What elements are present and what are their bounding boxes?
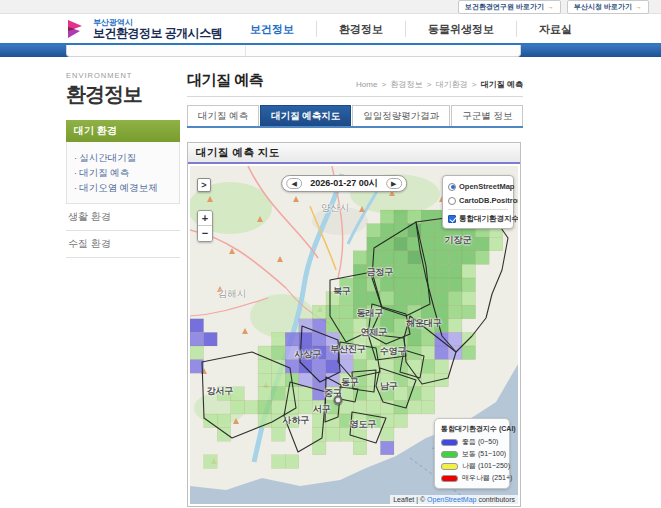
map-panel: 대기질 예측 지도 (187, 142, 521, 507)
legend-item-very-bad: 매우나쁨 (251+) (441, 473, 503, 483)
legend-title: 통합대기환경지수 (CAI) (441, 424, 503, 434)
sidebar-section-living[interactable]: 생활 환경 (66, 204, 180, 231)
zoom-out-button[interactable]: − (198, 226, 212, 241)
leaflet-map[interactable]: 양산시 김해시 기장군 금정구 북구 동래구 해운대구 연제구 부산진구 수영구… (190, 166, 518, 504)
legend-label: 매우나쁨 (251+) (462, 473, 512, 483)
legend-item-moderate: 보통 (51~100) (441, 449, 503, 459)
legend-label: 보통 (51~100) (462, 449, 506, 459)
sidebar-item-label: 대기오염 예경보제 (79, 182, 158, 193)
breadcrumb-air[interactable]: 대기환경 (436, 80, 468, 89)
legend-label: 좋음 (0~50) (462, 437, 498, 447)
legend-swatch-green (441, 451, 458, 458)
sidebar-expand-button[interactable]: > (197, 178, 211, 192)
legend-swatch-yellow (441, 463, 458, 470)
legend-item-bad: 나쁨 (101~250) (441, 461, 503, 471)
baselayer-openstreetmap[interactable]: OpenStreetMap (448, 181, 508, 192)
sidebar-item-realtime-air[interactable]: ·실시간대기질 (74, 150, 172, 165)
baselayer-cartodb[interactable]: CartoDB.Positron (448, 195, 508, 206)
layer-control: OpenStreetMap CartoDB.Positron 통합대기환경지수 (442, 175, 514, 229)
baselayer-label: OpenStreetMap (459, 181, 514, 192)
sidebar-item-label: 대기질 예측 (79, 167, 129, 178)
sidebar-title: 환경정보 (66, 81, 180, 108)
tab-bar: 대기질 예측 대기질 예측지도 일일정량평가결과 구군별 정보 (187, 105, 523, 128)
sidebar-section-water[interactable]: 수질 환경 (66, 231, 180, 258)
layer-control-divider (448, 209, 508, 210)
radio-selected-icon[interactable] (448, 183, 456, 191)
sidebar-item-air-alert[interactable]: ·대기오염 예경보제 (74, 180, 172, 195)
breadcrumb-current: 대기질 예측 (481, 80, 523, 89)
baselayer-label: CartoDB.Positron (459, 195, 518, 206)
sidebar-item-air-forecast[interactable]: ·대기질 예측 (74, 165, 172, 180)
attribution-prefix: Leaflet | © (393, 496, 427, 503)
tab-air-forecast-map[interactable]: 대기질 예측지도 (260, 105, 351, 126)
overlay-label: 통합대기환경지수 (459, 213, 518, 224)
top-utility-bar: 보건환경연구원 바로가기 → 부산시청 바로가기 → (0, 0, 661, 14)
openstreetmap-link[interactable]: OpenStreetMap (427, 496, 476, 503)
tab-daily-evaluation[interactable]: 일일정량평가결과 (352, 105, 450, 126)
site-logo[interactable]: 부산광역시 보건환경정보 공개시스템 (66, 18, 222, 40)
nav-library[interactable]: 자료실 (516, 21, 594, 37)
overlay-cai[interactable]: 통합대기환경지수 (448, 213, 508, 224)
site-header: 부산광역시 보건환경정보 공개시스템 보건정보 환경정보 동물위생정보 자료실 (0, 14, 661, 43)
sidebar-air-menu: ·실시간대기질 ·대기질 예측 ·대기오염 예경보제 (66, 142, 180, 204)
subnav-divider (245, 46, 246, 56)
subnav-band (0, 45, 661, 57)
forecast-datetime: 2026-01-27 00시 (310, 177, 378, 190)
sidebar-eyebrow: ENVIRONMENT (66, 71, 180, 80)
breadcrumb-env[interactable]: 환경정보 (390, 80, 422, 89)
tab-district-info[interactable]: 구군별 정보 (451, 105, 523, 126)
attribution-suffix: contributors (476, 496, 515, 503)
breadcrumb-home[interactable]: Home (356, 80, 377, 89)
global-nav: 보건정보 환경정보 동물위생정보 자료실 (228, 21, 594, 37)
city-hall-link[interactable]: 부산시청 바로가기 → (567, 0, 649, 14)
map-attribution: Leaflet | © OpenStreetMap contributors (390, 495, 518, 504)
tab-air-forecast[interactable]: 대기질 예측 (187, 105, 259, 126)
page-title: 대기질 예측 (187, 71, 263, 90)
zoom-in-button[interactable]: + (198, 211, 212, 226)
legend-label: 나쁨 (101~250) (462, 461, 510, 471)
breadcrumb: Home > 환경정보 > 대기환경 > 대기질 예측 (356, 79, 523, 90)
research-institute-link-label: 보건환경연구원 바로가기 (465, 2, 544, 12)
nav-animal-hygiene-info[interactable]: 동물위생정보 (405, 21, 516, 37)
next-time-button[interactable]: ▶ (386, 178, 402, 189)
legend-item-good: 좋음 (0~50) (441, 437, 503, 447)
research-institute-link[interactable]: 보건환경연구원 바로가기 → (458, 0, 561, 14)
subnav-dropdown-panel (66, 45, 521, 57)
arrow-right-icon: → (547, 3, 554, 10)
city-hall-marker-icon[interactable] (334, 396, 343, 405)
legend-swatch-red (441, 475, 458, 482)
nav-environment-info[interactable]: 환경정보 (316, 21, 405, 37)
checkbox-checked-icon[interactable] (448, 215, 456, 223)
breadcrumb-separator: > (382, 80, 387, 89)
bullet-icon: · (74, 167, 77, 178)
sidebar-item-label: 실시간대기질 (79, 152, 136, 163)
bullet-icon: · (74, 152, 77, 163)
cai-legend: 통합대기환경지수 (CAI) 좋음 (0~50) 보통 (51~100) 나쁨 … (434, 418, 510, 489)
sidebar: ENVIRONMENT 환경정보 대기 환경 ·실시간대기질 ·대기질 예측 ·… (66, 71, 180, 258)
arrow-right-icon: → (635, 3, 642, 10)
logo-system-text: 보건환경정보 공개시스템 (93, 27, 222, 40)
busan-logo-icon (66, 18, 88, 40)
radio-unselected-icon[interactable] (448, 197, 456, 205)
bullet-icon: · (74, 182, 77, 193)
legend-swatch-blue (441, 439, 458, 446)
nav-health-info[interactable]: 보건정보 (228, 21, 316, 37)
zoom-control: + − (197, 210, 213, 242)
prev-time-button[interactable]: ◀ (286, 178, 302, 189)
forecast-time-control: ◀ 2026-01-27 00시 ▶ (281, 175, 407, 192)
map-panel-title: 대기질 예측 지도 (196, 146, 280, 160)
breadcrumb-separator: > (427, 80, 432, 89)
sidebar-section-air[interactable]: 대기 환경 (66, 120, 180, 142)
city-hall-link-label: 부산시청 바로가기 (574, 2, 632, 12)
main-content: 대기질 예측 Home > 환경정보 > 대기환경 > 대기질 예측 대기질 예… (187, 71, 523, 507)
breadcrumb-separator: > (472, 80, 477, 89)
